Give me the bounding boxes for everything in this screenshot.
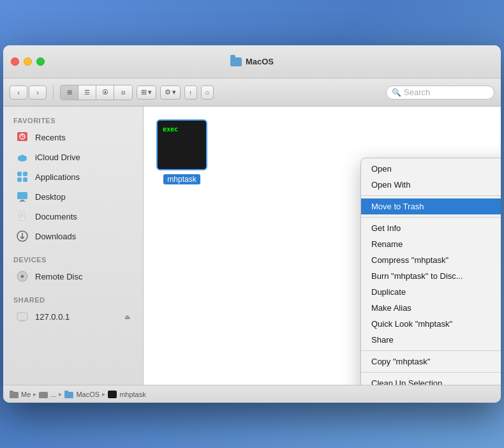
menu-item-open[interactable]: Open [361,161,501,177]
sidebar-item-applications[interactable]: Applications [6,167,140,186]
documents-icon [16,210,29,223]
menu-item-burn[interactable]: Burn "mhptask" to Disc... [361,268,501,284]
menu-item-move-to-trash[interactable]: Move to Trash [361,198,501,214]
sidebar-item-documents[interactable]: Documents [6,207,140,226]
action-button[interactable]: ⚙ ▾ [160,86,181,100]
share-icon: ↑ [189,89,193,96]
menu-item-copy-label: Copy "mhptask" [371,357,430,366]
maximize-button[interactable] [36,57,45,66]
icon-view-icon: ⊞ [67,89,72,96]
sidebar-item-desktop[interactable]: Desktop [6,187,140,206]
svg-rect-12 [17,192,27,199]
svg-rect-27 [10,391,13,392]
sidebar-section-devices: Devices [3,251,143,266]
menu-item-get-info-label: Get Info [371,223,401,233]
breadcrumb-label-2: ... [50,391,56,398]
file-area: exec mhptask Open Open With ▶ Move to Tr [144,107,501,385]
menu-item-get-info[interactable]: Get Info [361,220,501,236]
close-button[interactable] [11,57,19,66]
search-bar[interactable]: 🔍 Search [386,86,494,100]
svg-rect-8 [17,172,22,176]
menu-item-duplicate-label: Duplicate [371,287,406,297]
forward-button[interactable]: › [29,86,47,100]
content-area: Favorites Recents iCloud Drive [3,107,501,385]
menu-item-open-label: Open [371,164,392,174]
sidebar-item-downloads[interactable]: Downloads [6,227,140,246]
sidebar-item-shared-ip[interactable]: 127.0.0.1 ⏏ [6,307,140,326]
context-menu: Open Open With ▶ Move to Trash Get Info … [360,158,501,385]
breadcrumb-label-1: Me [21,391,31,398]
svg-rect-10 [17,177,22,182]
toolbar-separator-1 [53,85,54,100]
menu-item-clean-up-label: Clean Up Selection [371,378,442,385]
cover-view-button[interactable]: ⧈ [114,86,132,100]
breadcrumb-sep-3: ▸ [102,391,105,398]
sidebar-item-label-shared: 127.0.0.1 [35,312,70,322]
svg-rect-13 [20,200,24,201]
menu-item-make-alias[interactable]: Make Alias [361,300,501,316]
action-arrow: ▾ [172,88,176,96]
label-button[interactable]: ○ [201,86,214,100]
svg-rect-29 [64,392,73,398]
sidebar: Favorites Recents iCloud Drive [3,107,144,385]
search-placeholder: Search [404,87,430,97]
sidebar-section-favorites: Favorites [3,112,143,127]
arrange-arrow: ▾ [148,88,152,96]
menu-item-quick-look[interactable]: Quick Look "mhptask" [361,316,501,332]
svg-rect-9 [23,172,27,176]
menu-item-compress-label: Compress "mhptask" [371,255,448,265]
menu-item-share[interactable]: Share ▶ [361,332,501,348]
svg-rect-30 [64,391,68,392]
menu-item-duplicate[interactable]: Duplicate [361,284,501,300]
exec-file-icon: exec [156,119,207,170]
menu-item-burn-label: Burn "mhptask" to Disc... [371,271,463,281]
cover-view-icon: ⧈ [121,89,125,96]
arrange-icon: ⊞ [141,88,147,96]
traffic-lights [11,57,45,66]
svg-rect-24 [17,313,27,320]
menu-item-clean-up[interactable]: Clean Up Selection [361,375,501,385]
back-button[interactable]: ‹ [10,86,27,100]
menu-item-rename[interactable]: Rename [361,236,501,252]
icon-view-button[interactable]: ⊞ [61,86,78,100]
menu-item-compress[interactable]: Compress "mhptask" [361,252,501,268]
list-view-button[interactable]: ☰ [78,86,96,100]
menu-divider-3 [361,350,501,351]
toolbar: ‹ › ⊞ ☰ ⦿ ⧈ ⊞ ▾ ⚙ ▾ [3,78,501,107]
menu-divider-2 [361,217,501,218]
sidebar-item-icloud[interactable]: iCloud Drive [6,147,140,167]
status-bar: Me ▸ ... ▸ MacOS ▸ mhptask [3,385,501,403]
minimize-button[interactable] [24,57,32,66]
svg-point-23 [22,276,23,277]
file-item-mhptask[interactable]: exec mhptask [156,119,207,184]
nav-group: ‹ › [10,86,47,100]
breadcrumb-sep-2: ▸ [59,391,62,398]
recents-icon [16,131,29,144]
eject-icon[interactable]: ⏏ [124,313,130,320]
share-button[interactable]: ↑ [184,86,197,100]
svg-rect-26 [10,392,19,398]
breadcrumb-label-mhptask: mhptask [119,391,146,398]
arrange-button[interactable]: ⊞ ▾ [137,86,156,100]
label-icon: ○ [205,89,210,96]
menu-item-copy[interactable]: Copy "mhptask" [361,354,501,370]
menu-item-open-with[interactable]: Open With ▶ [361,177,501,193]
sidebar-item-label-recents: Recents [35,133,66,142]
sidebar-item-recents[interactable]: Recents [6,128,140,147]
desktop-icon [16,190,29,203]
column-view-button[interactable]: ⦿ [96,86,114,100]
breadcrumb: Me ▸ ... ▸ MacOS ▸ mhptask [10,391,494,398]
icloud-icon [16,151,29,163]
title-text: MacOS [246,57,274,66]
title-bar: MacOS [3,45,501,78]
list-view-icon: ☰ [84,89,90,96]
sidebar-item-remote-disc[interactable]: Remote Disc [6,267,140,286]
breadcrumb-item-1[interactable]: Me [10,391,31,398]
breadcrumb-item-macos[interactable]: MacOS [64,391,100,398]
menu-item-quick-look-label: Quick Look "mhptask" [371,319,452,329]
menu-divider-4 [361,372,501,373]
breadcrumb-item-2[interactable]: ... [39,391,56,398]
forward-icon: › [36,89,39,96]
breadcrumb-label-macos: MacOS [76,391,100,398]
breadcrumb-item-mhptask[interactable]: mhptask [108,391,146,398]
